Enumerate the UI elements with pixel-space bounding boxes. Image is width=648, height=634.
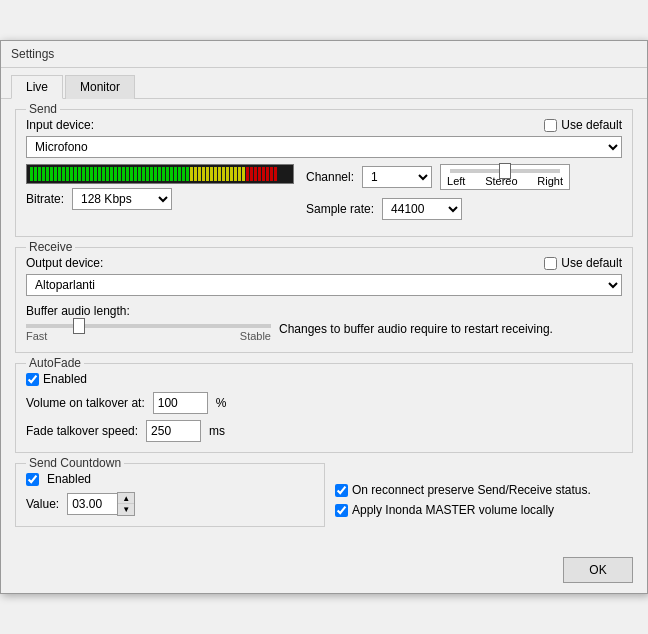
spinner-down-button[interactable]: ▼	[118, 504, 134, 515]
output-device-select[interactable]: Altoparlanti	[26, 274, 622, 296]
send-countdown-enabled-checkbox[interactable]	[26, 473, 39, 486]
send-countdown-input[interactable]	[67, 493, 117, 515]
main-content: Send Input device: Use default Microfono	[1, 99, 647, 551]
buffer-slider[interactable]	[26, 324, 271, 328]
send-countdown-value-row: Value: ▲ ▼	[26, 492, 314, 516]
receive-use-default-label: Use default	[561, 256, 622, 270]
send-use-default-row: Input device: Use default	[26, 118, 622, 132]
send-countdown-section: Send Countdown Enabled Value: ▲ ▼	[15, 463, 325, 527]
stereo-slider[interactable]	[450, 169, 560, 173]
buffer-area: Buffer audio length: Fast Stable Changes…	[26, 304, 622, 342]
output-device-label: Output device:	[26, 256, 103, 270]
send-input-device-select[interactable]: Microfono	[26, 136, 622, 158]
buffer-note-text: Changes to buffer audio require to resta…	[279, 322, 553, 336]
autofade-enabled-checkbox[interactable]	[26, 373, 39, 386]
stereo-slider-container: Left Stereo Right	[440, 164, 570, 190]
buffer-stable-label: Stable	[240, 330, 271, 342]
stereo-center-label: Stereo	[485, 175, 517, 187]
fade-unit: ms	[209, 424, 225, 438]
tab-live[interactable]: Live	[11, 75, 63, 99]
ok-button[interactable]: OK	[563, 557, 633, 583]
master-volume-option-row: Apply Inonda MASTER volume locally	[335, 503, 633, 517]
send-section: Send Input device: Use default Microfono	[15, 109, 633, 237]
channel-sample-row: Channel: 1 Left Stereo Right	[306, 164, 570, 190]
sample-rate-row: Sample rate: 44100	[306, 198, 570, 220]
reconnect-checkbox[interactable]	[335, 484, 348, 497]
fade-label: Fade talkover speed:	[26, 424, 138, 438]
master-volume-label: Apply Inonda MASTER volume locally	[352, 503, 554, 517]
volume-row: Volume on talkover at: %	[26, 392, 622, 414]
send-countdown-label: Send Countdown	[26, 456, 124, 470]
reconnect-option-row: On reconnect preserve Send/Receive statu…	[335, 483, 633, 497]
send-input-device-label: Input device:	[26, 118, 94, 132]
receive-use-default-checkbox[interactable]	[544, 257, 557, 270]
send-countdown-enabled-label: Enabled	[47, 472, 91, 486]
tabs-bar: Live Monitor	[1, 68, 647, 99]
buffer-fast-label: Fast	[26, 330, 47, 342]
send-countdown-value-label: Value:	[26, 497, 59, 511]
tab-monitor[interactable]: Monitor	[65, 75, 135, 99]
audio-meter	[26, 164, 294, 184]
sample-rate-label: Sample rate:	[306, 202, 374, 216]
channel-select[interactable]: 1	[362, 166, 432, 188]
ok-row: OK	[1, 551, 647, 593]
reconnect-label: On reconnect preserve Send/Receive statu…	[352, 483, 591, 497]
bottom-sections: Send Countdown Enabled Value: ▲ ▼	[15, 463, 633, 537]
send-countdown-enabled-row: Enabled	[26, 472, 314, 486]
fade-input[interactable]	[146, 420, 201, 442]
autofade-enabled-label: Enabled	[43, 372, 87, 386]
bitrate-row: Bitrate: 128 Kbps	[26, 188, 294, 210]
stereo-right-label: Right	[537, 175, 563, 187]
title-bar: Settings	[1, 41, 647, 68]
autofade-section: AutoFade Enabled Volume on talkover at: …	[15, 363, 633, 453]
window-title: Settings	[11, 47, 54, 61]
bitrate-label: Bitrate:	[26, 192, 64, 206]
spinner-up-button[interactable]: ▲	[118, 493, 134, 504]
receive-section-label: Receive	[26, 240, 75, 254]
output-device-row: Altoparlanti	[26, 274, 622, 296]
autofade-enabled-row: Enabled	[26, 372, 622, 386]
volume-label: Volume on talkover at:	[26, 396, 145, 410]
send-section-label: Send	[26, 102, 60, 116]
send-use-default-checkbox[interactable]	[544, 119, 557, 132]
stereo-left-label: Left	[447, 175, 465, 187]
fade-row: Fade talkover speed: ms	[26, 420, 622, 442]
volume-unit: %	[216, 396, 227, 410]
send-input-device-row: Microfono	[26, 136, 622, 158]
buffer-label: Buffer audio length:	[26, 304, 130, 318]
spinner-buttons: ▲ ▼	[117, 492, 135, 516]
settings-window: Settings Live Monitor Send Input device:…	[0, 40, 648, 594]
receive-use-default-row: Output device: Use default	[26, 256, 622, 270]
buffer-note: Changes to buffer audio require to resta…	[279, 304, 622, 336]
master-volume-checkbox[interactable]	[335, 504, 348, 517]
buffer-row	[26, 324, 271, 328]
bitrate-select[interactable]: 128 Kbps	[72, 188, 172, 210]
right-options: On reconnect preserve Send/Receive statu…	[335, 463, 633, 537]
send-countdown-spinner: ▲ ▼	[67, 492, 135, 516]
send-use-default-label: Use default	[561, 118, 622, 132]
channel-label: Channel:	[306, 170, 354, 184]
receive-section: Receive Output device: Use default Altop…	[15, 247, 633, 353]
volume-input[interactable]	[153, 392, 208, 414]
autofade-label: AutoFade	[26, 356, 84, 370]
sample-rate-select[interactable]: 44100	[382, 198, 462, 220]
buffer-slider-area: Buffer audio length: Fast Stable	[26, 304, 271, 342]
